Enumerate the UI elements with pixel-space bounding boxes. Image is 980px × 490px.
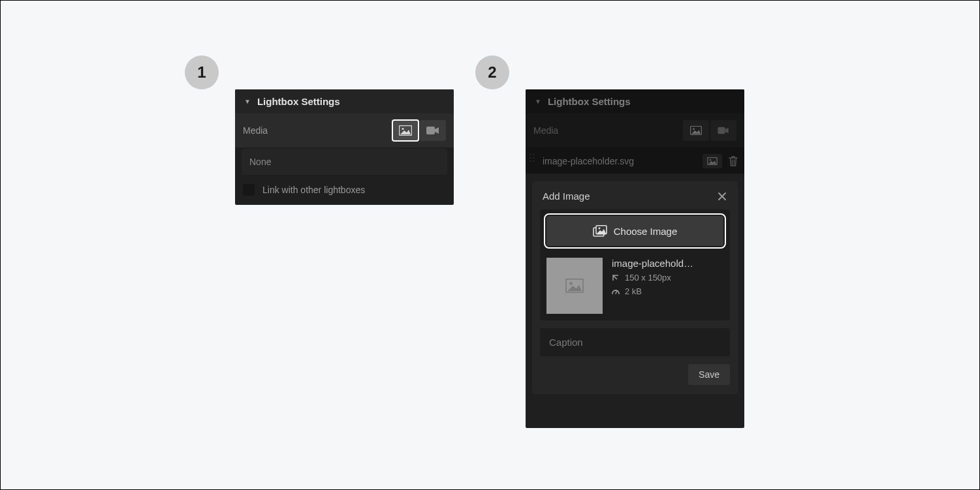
video-toggle-button[interactable]	[420, 120, 446, 141]
modal-footer: Save	[532, 364, 738, 394]
svg-rect-2	[426, 127, 435, 134]
caption-input[interactable]: Caption	[540, 328, 730, 356]
media-file-row[interactable]: image-placeholder.svg	[526, 149, 744, 174]
media-row: Media	[526, 114, 744, 147]
image-filename: image-placehold…	[612, 258, 693, 269]
media-label: Media	[533, 125, 558, 136]
chevron-down-icon: ▼	[244, 98, 251, 105]
choose-image-button[interactable]: Choose Image	[546, 216, 723, 246]
drag-handle-icon[interactable]	[530, 154, 535, 168]
chevron-down-icon: ▼	[535, 98, 541, 105]
modal-title: Add Image	[543, 191, 590, 202]
step-number: 2	[488, 63, 496, 82]
media-type-toggle	[391, 120, 446, 141]
modal-body: Choose Image image-placehold…	[540, 209, 730, 320]
step-badge-2: 2	[475, 55, 509, 89]
step-number: 1	[197, 63, 206, 82]
image-toggle-button[interactable]	[683, 120, 709, 141]
caption-placeholder: Caption	[549, 337, 583, 348]
link-lightboxes-row[interactable]: Link with other lightboxes	[235, 175, 454, 205]
filesize-icon	[612, 288, 620, 296]
save-button[interactable]: Save	[688, 364, 730, 385]
file-name: image-placeholder.svg	[543, 156, 634, 166]
close-icon	[717, 191, 727, 202]
section-header[interactable]: ▼ Lightbox Settings	[526, 89, 744, 114]
trash-icon	[729, 156, 738, 166]
images-icon	[593, 225, 607, 237]
video-icon	[718, 127, 729, 134]
image-dimensions: 150 x 150px	[625, 273, 671, 283]
media-label: Media	[243, 125, 268, 136]
link-checkbox[interactable]	[243, 184, 255, 196]
video-toggle-button[interactable]	[710, 120, 736, 141]
image-icon	[707, 157, 718, 165]
image-filesize: 2 kB	[625, 286, 642, 296]
media-row: Media	[235, 114, 454, 147]
image-thumbnail[interactable]	[546, 258, 603, 314]
section-title: Lightbox Settings	[548, 96, 631, 107]
svg-rect-5	[718, 127, 725, 134]
media-type-toggle	[682, 120, 736, 141]
modal-header: Add Image	[532, 181, 738, 209]
add-image-modal: Add Image Choose Image	[532, 181, 738, 394]
close-button[interactable]	[717, 191, 727, 202]
svg-point-1	[402, 128, 403, 130]
image-toggle-button[interactable]	[392, 120, 419, 141]
media-none-placeholder[interactable]: None	[242, 149, 447, 175]
section-header[interactable]: ▼ Lightbox Settings	[235, 89, 454, 114]
choose-image-label: Choose Image	[614, 226, 678, 237]
section-title: Lightbox Settings	[257, 96, 340, 107]
placeholder-image-icon	[565, 279, 584, 293]
lightbox-settings-panel-1: ▼ Lightbox Settings Media None L	[235, 89, 454, 205]
svg-point-10	[598, 228, 600, 230]
image-metadata: image-placehold… 150 x 150px 2 kB	[612, 258, 693, 296]
save-label: Save	[699, 369, 719, 380]
image-icon	[399, 125, 412, 136]
svg-point-7	[710, 159, 711, 161]
step-badge-1: 1	[185, 55, 219, 89]
none-label: None	[249, 157, 271, 167]
svg-point-12	[569, 282, 572, 284]
image-preview-row: image-placehold… 150 x 150px 2 kB	[546, 258, 723, 314]
edit-image-button[interactable]	[703, 154, 722, 168]
lightbox-settings-panel-2: ▼ Lightbox Settings Media	[526, 89, 744, 428]
image-icon	[690, 126, 702, 135]
svg-point-4	[693, 128, 695, 130]
dimensions-icon	[612, 274, 620, 282]
video-icon	[426, 126, 439, 135]
link-label: Link with other lightboxes	[262, 185, 365, 195]
delete-button[interactable]	[729, 156, 738, 166]
